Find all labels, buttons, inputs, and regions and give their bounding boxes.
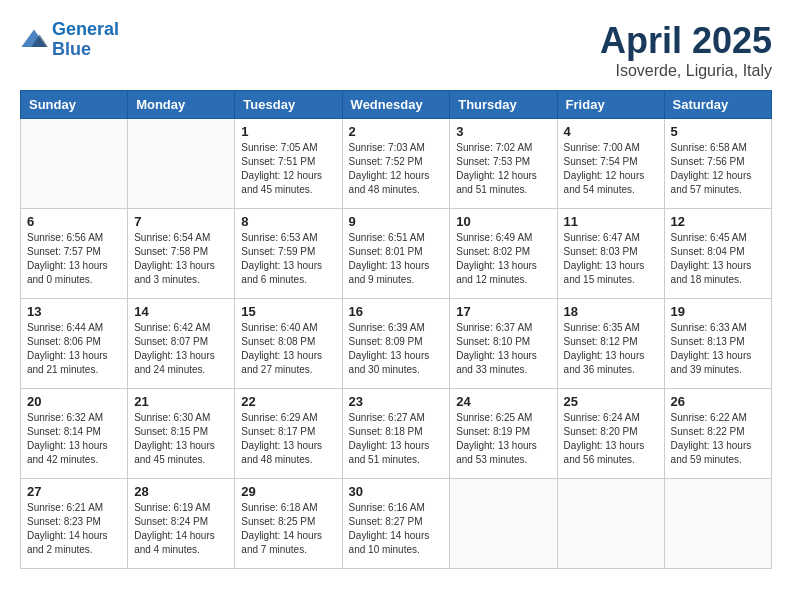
calendar-cell [664,479,771,569]
calendar-cell [128,119,235,209]
day-number: 10 [456,214,550,229]
day-number: 28 [134,484,228,499]
day-info: Sunrise: 7:00 AM Sunset: 7:54 PM Dayligh… [564,141,658,197]
day-number: 12 [671,214,765,229]
day-number: 16 [349,304,444,319]
day-info: Sunrise: 6:21 AM Sunset: 8:23 PM Dayligh… [27,501,121,557]
day-info: Sunrise: 6:37 AM Sunset: 8:10 PM Dayligh… [456,321,550,377]
weekday-header: Tuesday [235,91,342,119]
calendar-cell [557,479,664,569]
day-number: 24 [456,394,550,409]
calendar-cell: 15Sunrise: 6:40 AM Sunset: 8:08 PM Dayli… [235,299,342,389]
day-info: Sunrise: 6:35 AM Sunset: 8:12 PM Dayligh… [564,321,658,377]
calendar-cell: 18Sunrise: 6:35 AM Sunset: 8:12 PM Dayli… [557,299,664,389]
calendar-cell: 22Sunrise: 6:29 AM Sunset: 8:17 PM Dayli… [235,389,342,479]
day-info: Sunrise: 7:05 AM Sunset: 7:51 PM Dayligh… [241,141,335,197]
day-info: Sunrise: 6:18 AM Sunset: 8:25 PM Dayligh… [241,501,335,557]
day-info: Sunrise: 6:29 AM Sunset: 8:17 PM Dayligh… [241,411,335,467]
day-number: 8 [241,214,335,229]
day-number: 20 [27,394,121,409]
calendar-header-row: SundayMondayTuesdayWednesdayThursdayFrid… [21,91,772,119]
day-number: 9 [349,214,444,229]
day-number: 15 [241,304,335,319]
calendar-cell: 28Sunrise: 6:19 AM Sunset: 8:24 PM Dayli… [128,479,235,569]
weekday-header: Thursday [450,91,557,119]
weekday-header: Saturday [664,91,771,119]
calendar-table: SundayMondayTuesdayWednesdayThursdayFrid… [20,90,772,569]
day-number: 23 [349,394,444,409]
location: Isoverde, Liguria, Italy [600,62,772,80]
day-number: 4 [564,124,658,139]
day-info: Sunrise: 6:54 AM Sunset: 7:58 PM Dayligh… [134,231,228,287]
day-info: Sunrise: 6:45 AM Sunset: 8:04 PM Dayligh… [671,231,765,287]
day-number: 17 [456,304,550,319]
day-number: 11 [564,214,658,229]
calendar-cell: 3Sunrise: 7:02 AM Sunset: 7:53 PM Daylig… [450,119,557,209]
day-number: 25 [564,394,658,409]
day-info: Sunrise: 6:30 AM Sunset: 8:15 PM Dayligh… [134,411,228,467]
calendar-cell: 25Sunrise: 6:24 AM Sunset: 8:20 PM Dayli… [557,389,664,479]
logo: General Blue [20,20,119,60]
calendar-cell: 23Sunrise: 6:27 AM Sunset: 8:18 PM Dayli… [342,389,450,479]
weekday-header: Wednesday [342,91,450,119]
month-year: April 2025 [600,20,772,62]
calendar-cell: 20Sunrise: 6:32 AM Sunset: 8:14 PM Dayli… [21,389,128,479]
day-info: Sunrise: 6:32 AM Sunset: 8:14 PM Dayligh… [27,411,121,467]
calendar-cell: 9Sunrise: 6:51 AM Sunset: 8:01 PM Daylig… [342,209,450,299]
calendar-cell: 14Sunrise: 6:42 AM Sunset: 8:07 PM Dayli… [128,299,235,389]
calendar-cell: 21Sunrise: 6:30 AM Sunset: 8:15 PM Dayli… [128,389,235,479]
week-row: 13Sunrise: 6:44 AM Sunset: 8:06 PM Dayli… [21,299,772,389]
day-info: Sunrise: 6:49 AM Sunset: 8:02 PM Dayligh… [456,231,550,287]
day-info: Sunrise: 6:51 AM Sunset: 8:01 PM Dayligh… [349,231,444,287]
calendar-cell: 7Sunrise: 6:54 AM Sunset: 7:58 PM Daylig… [128,209,235,299]
calendar-cell: 29Sunrise: 6:18 AM Sunset: 8:25 PM Dayli… [235,479,342,569]
day-info: Sunrise: 6:53 AM Sunset: 7:59 PM Dayligh… [241,231,335,287]
weekday-header: Monday [128,91,235,119]
day-number: 22 [241,394,335,409]
calendar-cell [21,119,128,209]
day-number: 19 [671,304,765,319]
page-header: General Blue April 2025 Isoverde, Liguri… [20,20,772,80]
day-info: Sunrise: 6:24 AM Sunset: 8:20 PM Dayligh… [564,411,658,467]
week-row: 1Sunrise: 7:05 AM Sunset: 7:51 PM Daylig… [21,119,772,209]
calendar-cell: 4Sunrise: 7:00 AM Sunset: 7:54 PM Daylig… [557,119,664,209]
day-info: Sunrise: 6:27 AM Sunset: 8:18 PM Dayligh… [349,411,444,467]
calendar-cell [450,479,557,569]
calendar-cell: 5Sunrise: 6:58 AM Sunset: 7:56 PM Daylig… [664,119,771,209]
day-info: Sunrise: 6:42 AM Sunset: 8:07 PM Dayligh… [134,321,228,377]
day-number: 27 [27,484,121,499]
day-number: 7 [134,214,228,229]
calendar-cell: 1Sunrise: 7:05 AM Sunset: 7:51 PM Daylig… [235,119,342,209]
day-info: Sunrise: 6:25 AM Sunset: 8:19 PM Dayligh… [456,411,550,467]
day-number: 13 [27,304,121,319]
calendar-cell: 2Sunrise: 7:03 AM Sunset: 7:52 PM Daylig… [342,119,450,209]
calendar-cell: 12Sunrise: 6:45 AM Sunset: 8:04 PM Dayli… [664,209,771,299]
day-info: Sunrise: 6:33 AM Sunset: 8:13 PM Dayligh… [671,321,765,377]
day-info: Sunrise: 6:22 AM Sunset: 8:22 PM Dayligh… [671,411,765,467]
day-info: Sunrise: 6:44 AM Sunset: 8:06 PM Dayligh… [27,321,121,377]
calendar-cell: 16Sunrise: 6:39 AM Sunset: 8:09 PM Dayli… [342,299,450,389]
title-block: April 2025 Isoverde, Liguria, Italy [600,20,772,80]
day-info: Sunrise: 6:56 AM Sunset: 7:57 PM Dayligh… [27,231,121,287]
calendar-cell: 27Sunrise: 6:21 AM Sunset: 8:23 PM Dayli… [21,479,128,569]
day-number: 14 [134,304,228,319]
calendar-cell: 10Sunrise: 6:49 AM Sunset: 8:02 PM Dayli… [450,209,557,299]
calendar-cell: 19Sunrise: 6:33 AM Sunset: 8:13 PM Dayli… [664,299,771,389]
day-info: Sunrise: 6:16 AM Sunset: 8:27 PM Dayligh… [349,501,444,557]
day-number: 18 [564,304,658,319]
calendar-cell: 26Sunrise: 6:22 AM Sunset: 8:22 PM Dayli… [664,389,771,479]
day-info: Sunrise: 7:03 AM Sunset: 7:52 PM Dayligh… [349,141,444,197]
calendar-cell: 30Sunrise: 6:16 AM Sunset: 8:27 PM Dayli… [342,479,450,569]
week-row: 6Sunrise: 6:56 AM Sunset: 7:57 PM Daylig… [21,209,772,299]
day-info: Sunrise: 6:40 AM Sunset: 8:08 PM Dayligh… [241,321,335,377]
week-row: 27Sunrise: 6:21 AM Sunset: 8:23 PM Dayli… [21,479,772,569]
calendar-cell: 24Sunrise: 6:25 AM Sunset: 8:19 PM Dayli… [450,389,557,479]
calendar-cell: 13Sunrise: 6:44 AM Sunset: 8:06 PM Dayli… [21,299,128,389]
day-info: Sunrise: 7:02 AM Sunset: 7:53 PM Dayligh… [456,141,550,197]
day-number: 1 [241,124,335,139]
day-info: Sunrise: 6:39 AM Sunset: 8:09 PM Dayligh… [349,321,444,377]
calendar-cell: 11Sunrise: 6:47 AM Sunset: 8:03 PM Dayli… [557,209,664,299]
calendar-cell: 17Sunrise: 6:37 AM Sunset: 8:10 PM Dayli… [450,299,557,389]
weekday-header: Friday [557,91,664,119]
weekday-header: Sunday [21,91,128,119]
